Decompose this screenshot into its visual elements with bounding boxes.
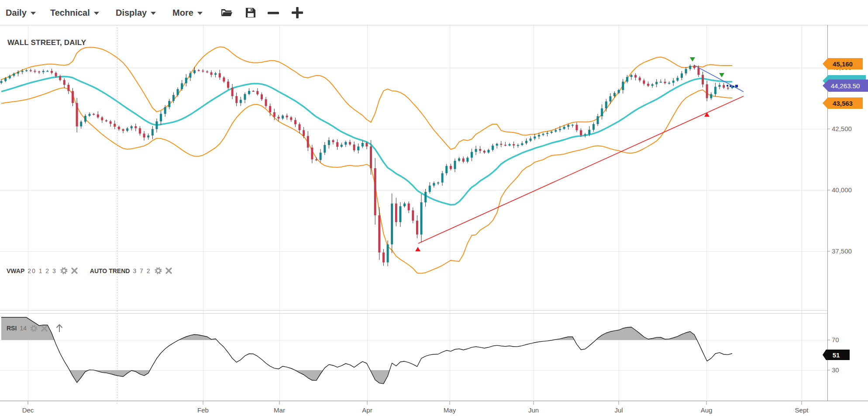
technical-dropdown-label: Technical xyxy=(50,8,90,18)
rsi-value-badge: 51 xyxy=(823,350,850,360)
auto-trend-remove-icon[interactable] xyxy=(165,267,172,274)
chevron-down-icon xyxy=(197,12,203,15)
overlay-indicator-row: VWAP 20 1 2 3 AUTO TREND 3 7 2 xyxy=(7,267,172,275)
vwap-settings-gear-icon[interactable] xyxy=(60,267,68,275)
svg-text:Jun: Jun xyxy=(528,406,539,414)
panel-borders xyxy=(0,25,868,401)
candles-layer xyxy=(0,64,734,266)
rsi-remove-icon[interactable] xyxy=(41,325,48,332)
vwap-remove-icon[interactable] xyxy=(71,267,78,274)
chevron-down-icon xyxy=(151,12,156,15)
time-axis: DecFebMarAprMayJunJulAugSept xyxy=(22,401,809,414)
trading-chart-window: 45,00042,50040,00037,5007030DecFebMarApr… xyxy=(0,0,868,416)
buy-signal-triangle xyxy=(415,247,420,251)
zoom-out-icon[interactable] xyxy=(267,4,279,21)
trend-dot xyxy=(727,85,728,87)
buy-signal-triangle xyxy=(704,112,710,117)
technical-dropdown[interactable]: Technical xyxy=(50,4,99,21)
chart-canvas[interactable]: 45,00042,50040,00037,5007030DecFebMarApr… xyxy=(0,0,868,416)
upper-band-price-badge: 45,160 xyxy=(823,58,863,69)
vwap-indicator-label: VWAP xyxy=(7,267,24,274)
rsi-indicator-label: RSI xyxy=(7,325,17,332)
svg-text:Sept: Sept xyxy=(795,406,809,414)
chevron-down-icon xyxy=(31,12,36,15)
svg-text:Aug: Aug xyxy=(701,406,713,414)
auto-trend-settings-gear-icon[interactable] xyxy=(154,267,162,275)
trend-dot xyxy=(730,85,731,87)
svg-text:May: May xyxy=(444,406,456,414)
auto-trend-indicator-params: 3 7 2 xyxy=(133,267,151,274)
svg-text:40,000: 40,000 xyxy=(832,186,852,194)
save-icon[interactable] xyxy=(245,4,256,21)
zoom-in-icon[interactable] xyxy=(291,4,303,21)
trend-dot xyxy=(733,86,734,87)
more-dropdown-label: More xyxy=(172,8,193,18)
chart-toolbar: Daily Technical Display More xyxy=(0,0,868,25)
price-axis: 45,00042,50040,00037,5007030 xyxy=(827,64,852,374)
more-dropdown[interactable]: More xyxy=(172,4,203,21)
bollinger-lower-line xyxy=(1,88,732,274)
chevron-down-icon xyxy=(94,12,99,15)
auto-trend-indicator-label: AUTO TREND xyxy=(90,267,130,274)
svg-text:37,500: 37,500 xyxy=(832,247,852,255)
price-panel xyxy=(0,47,744,273)
svg-text:30: 30 xyxy=(832,366,839,374)
auto-trend-support-line xyxy=(418,96,744,243)
rsi-move-up-arrow-icon[interactable] xyxy=(55,323,64,333)
rsi-line xyxy=(1,317,732,384)
lower-band-price-badge: 43,563 xyxy=(823,97,863,109)
sell-signal-triangle xyxy=(690,57,695,62)
rsi-indicator-params: 14 xyxy=(20,325,27,332)
svg-text:42,500: 42,500 xyxy=(832,125,852,132)
svg-text:Mar: Mar xyxy=(274,406,285,414)
open-folder-icon[interactable] xyxy=(220,4,233,21)
trend-end-square xyxy=(735,85,738,87)
rsi-settings-gear-icon[interactable] xyxy=(30,324,38,333)
vwap-indicator-params: 20 1 2 3 xyxy=(28,267,57,274)
trade-markers xyxy=(415,57,738,251)
svg-text:Feb: Feb xyxy=(197,406,209,414)
rsi-indicator-row: RSI 14 xyxy=(7,323,64,333)
current-price-badge: 44,263.50 xyxy=(823,80,868,92)
page-title: WALL STREET, DAILY xyxy=(7,38,86,47)
sell-signal-triangle xyxy=(719,73,724,77)
svg-text:Apr: Apr xyxy=(362,406,372,414)
svg-text:Dec: Dec xyxy=(22,406,34,414)
timeframe-dropdown[interactable]: Daily xyxy=(6,4,36,21)
display-dropdown[interactable]: Display xyxy=(116,4,156,21)
display-dropdown-label: Display xyxy=(116,8,147,18)
svg-text:70: 70 xyxy=(832,336,839,343)
timeframe-dropdown-label: Daily xyxy=(6,8,27,18)
svg-text:Jul: Jul xyxy=(614,406,623,414)
